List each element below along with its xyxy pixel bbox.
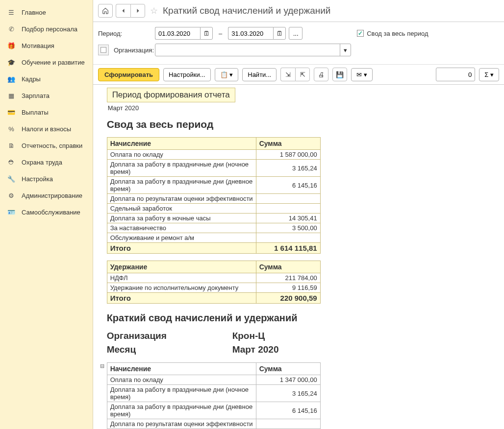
period-label: Период: [98,30,152,37]
table-row: Доплата за работу в праздничные дни (ноч… [107,385,320,402]
accruals-col-sum: Сумма [256,138,320,150]
accruals-total-label: Итого [107,243,256,254]
sidebar-item-recruit[interactable]: ✆Подбор персонала [0,21,93,37]
table-row: Оплата по окладу1 347 000,00 [107,375,320,385]
sidebar-item-label: Выплаты [22,109,49,116]
sidebar-item-label: Отчетность, справки [22,142,82,149]
date-from-calendar-button[interactable]: 🗓 [200,27,213,40]
table-row: Доплата за работу в праздничные дни (ноч… [107,160,320,177]
table-row: Доплата за работу в праздничные дни (дне… [107,402,320,419]
phone-icon: ✆ [7,24,16,33]
paste-button[interactable]: 📋 ▾ [215,68,239,81]
cell-name: За наставничество [107,223,256,233]
sidebar-item-self[interactable]: 🪪Самообслуживание [0,204,93,220]
date-to-calendar-button[interactable]: 🗓 [273,27,286,40]
cell-name: Доплата за работу в праздничные дни (дне… [107,177,256,194]
cell-name: Оплата по окладу [107,375,256,385]
cell-sum [256,194,320,204]
cell-sum: 1 347 000,00 [256,375,320,385]
find-button[interactable]: Найти... [242,68,277,81]
sidebar-item-training[interactable]: 🎓Обучение и развитие [0,54,93,71]
summary-title: Свод за весь период [107,119,321,130]
sidebar-item-label: Главное [22,9,46,16]
sidebar-item-safety[interactable]: ⛑Охрана труда [0,154,93,170]
table-row: Доплата за работу в праздничные дни (дне… [107,177,320,194]
page-title: Краткий свод начислений и удержаний [163,5,330,16]
form-button[interactable]: Сформировать [98,68,159,81]
sidebar-item-settings[interactable]: 🔧Настройка [0,170,93,187]
org-val: Крон-Ц [232,331,265,341]
toolbar: Сформировать Настройки... 📋 ▾ Найти... ⇲… [93,65,504,85]
sidebar-item-salary[interactable]: ▦Зарплата [0,87,93,104]
sidebar-item-reports[interactable]: 🗎Отчетность, справки [0,137,93,154]
forward-button[interactable] [130,4,145,18]
sidebar-item-admin[interactable]: ⚙Администрирование [0,187,93,204]
table-row: Удержание по исполнительному документу9 … [107,283,320,293]
settings-button[interactable]: Настройки... [163,68,211,81]
favorite-star-icon[interactable]: ☆ [150,5,158,16]
cell-sum: 3 165,24 [256,160,320,177]
detail-title: Краткий свод начислений и удержаний [107,312,321,324]
home-button[interactable] [98,4,113,18]
deductions-total-label: Итого [107,293,256,304]
table-row: Доплата за работу в ночные часы14 305,41 [107,214,320,223]
menu-icon: ☰ [7,8,16,17]
percent-icon: % [7,124,16,133]
collapse-handle-icon[interactable]: ⊟ [100,363,104,369]
sidebar-item-label: Администрирование [22,192,82,199]
cell-name: Доплата за работу в ночные часы [107,214,256,223]
org-filter-checkbox[interactable] [98,45,109,55]
table-row: Доплата по результатам оценки эффективно… [107,194,320,204]
toolbar-number-input[interactable] [436,68,475,81]
cell-sum: 6 145,16 [256,177,320,194]
sidebar-item-main[interactable]: ☰Главное [0,4,93,21]
full-period-checkbox[interactable]: ✓ [357,30,364,37]
sidebar-item-label: Зарплата [22,92,50,99]
print-button[interactable]: 🖨 [314,68,328,81]
cell-sum: 211 784,00 [256,273,320,283]
org-label: Организация: [114,47,152,54]
sidebar-item-label: Налоги и взносы [22,125,71,133]
sidebar-item-label: Кадры [22,75,41,83]
cell-name: Доплата по результатам оценки эффективно… [107,194,256,204]
cell-name: Оплата по окладу [107,150,256,160]
sidebar-item-label: Подбор персонала [22,25,77,33]
expand-tree-button[interactable]: ⇲ [280,68,295,81]
org-key: Организация [107,331,232,341]
table-row: Оплата по окладу1 587 000,00 [107,150,320,160]
date-range-dash: – [219,30,222,37]
sidebar-item-hr[interactable]: 👥Кадры [0,71,93,87]
cell-sum [256,204,320,214]
report-period-value: Март 2020 [108,104,321,112]
chevron-down-icon[interactable]: ▾ [340,44,351,56]
email-button[interactable]: ✉ ▾ [351,68,373,81]
sidebar-item-label: Обучение и развитие [22,59,85,66]
cell-sum: 6 145,16 [256,402,320,419]
sigma-button[interactable]: Σ ▾ [479,68,499,81]
detail-col-name: Начисление [107,363,256,375]
cell-name: Удержание по исполнительному документу [107,283,256,293]
topbar: ☆ Краткий свод начислений и удержаний [93,0,504,22]
period-more-button[interactable]: ... [289,27,302,40]
sidebar-item-taxes[interactable]: %Налоги и взносы [0,120,93,137]
report-area: Период формирования отчета Март 2020 Сво… [93,85,504,429]
save-button[interactable]: 💾 [332,68,347,81]
table-row: За наставничество3 500,00 [107,223,320,233]
collapse-tree-button[interactable]: ⇱ [295,68,310,81]
sidebar-item-label: Настройка [22,175,53,183]
table-row: Доплата по результатам оценки эффективно… [107,419,320,429]
org-select[interactable]: ▾ [155,44,351,56]
back-button[interactable] [116,4,130,18]
people-icon: 👥 [7,74,16,83]
cell-sum: 3 165,24 [256,385,320,402]
id-icon: 🪪 [7,208,16,216]
detail-accruals-table: НачислениеСумма Оплата по окладу1 347 00… [107,362,321,429]
sidebar-item-payments[interactable]: 💳Выплаты [0,104,93,120]
month-key: Месяц [107,344,232,355]
cell-name: Доплата за работу в праздничные дни (ноч… [107,385,256,402]
sidebar-item-motivation[interactable]: 🎁Мотивация [0,37,93,54]
table-row: Сдельный заработок [107,204,320,214]
date-from-input[interactable] [155,27,200,40]
date-to-input[interactable] [228,27,273,40]
cell-name: Доплата по результатам оценки эффективно… [107,419,256,429]
